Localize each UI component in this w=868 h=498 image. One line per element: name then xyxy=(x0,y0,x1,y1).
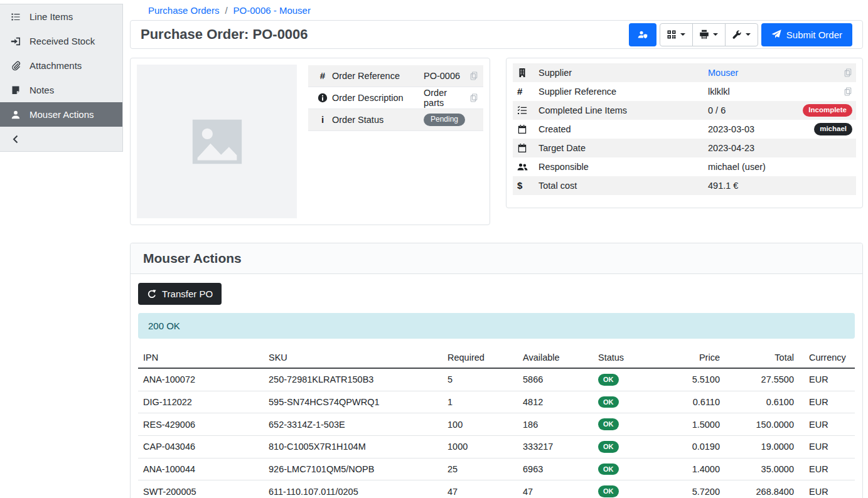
list-icon xyxy=(11,12,21,22)
supplier-link[interactable]: Mouser xyxy=(708,68,738,78)
ok-status-badge: OK xyxy=(598,441,619,453)
incomplete-badge: Incomplete xyxy=(803,104,852,116)
sidebar-item-attachments[interactable]: Attachments xyxy=(0,53,122,78)
sidebar: Line Items Received Stock Attachments No… xyxy=(0,4,123,152)
copy-button[interactable] xyxy=(844,87,852,96)
panel-title: Mouser Actions xyxy=(131,243,862,274)
price-cell: 0.0190 xyxy=(656,435,725,458)
ok-status-badge: OK xyxy=(598,374,619,386)
actions-dropdown-button[interactable] xyxy=(725,23,758,46)
sidebar-item-received-stock[interactable]: Received Stock xyxy=(0,29,122,53)
paper-plane-icon xyxy=(771,29,781,40)
info-circle-icon xyxy=(313,93,332,103)
detail-value: Pending xyxy=(424,114,482,126)
ipn-cell: DIG-112022 xyxy=(138,391,264,413)
detail-label: Order Description xyxy=(332,93,424,103)
copy-button[interactable] xyxy=(466,93,482,102)
copy-button[interactable] xyxy=(466,72,482,80)
ipn-cell: ANA-100072 xyxy=(138,368,264,391)
detail-value: 2023-04-23 xyxy=(708,143,852,153)
header-actions: Submit Order xyxy=(629,23,852,46)
barcode-dropdown-button[interactable] xyxy=(660,23,693,46)
print-dropdown-button[interactable] xyxy=(692,23,726,46)
mouser-actions-panel: Mouser Actions Transfer PO 200 OK xyxy=(130,243,863,498)
list-check-icon xyxy=(517,105,538,115)
sku-cell: 926-LMC7101QM5/NOPB xyxy=(264,458,442,480)
sidebar-item-mouser-actions[interactable]: Mouser Actions xyxy=(0,102,122,127)
currency-cell: EUR xyxy=(799,391,855,413)
price-cell: 5.7200 xyxy=(656,480,725,498)
ipn-cell: CAP-043046 xyxy=(138,435,264,458)
info-icon: i xyxy=(313,115,332,125)
detail-row-order-description: Order Description Order parts xyxy=(308,87,483,109)
detail-label: Order Status xyxy=(332,115,424,125)
mouser-actions-body: Transfer PO 200 OK IPN SKU Required Avai… xyxy=(131,274,862,498)
transfer-po-label: Transfer PO xyxy=(162,289,213,299)
sku-cell: 652-3314Z-1-503E xyxy=(264,413,442,436)
available-cell: 333217 xyxy=(518,435,593,458)
building-icon xyxy=(517,68,538,78)
chevron-left-icon xyxy=(11,134,21,144)
detail-label: Created xyxy=(538,124,708,134)
status-cell: OK xyxy=(593,413,656,436)
detail-value: 491.1 € xyxy=(708,181,852,191)
sidebar-item-label: Attachments xyxy=(29,60,82,71)
order-details-table: # Order Reference PO-0006 Order Descript… xyxy=(308,65,483,218)
user-icon xyxy=(11,110,21,120)
copy-button[interactable] xyxy=(844,68,852,77)
available-cell: 47 xyxy=(518,480,593,498)
detail-value: 0 / 6 xyxy=(708,105,803,115)
breadcrumb-link-purchase-orders[interactable]: Purchase Orders xyxy=(148,5,219,16)
page-content: Purchase Order: PO-0006 xyxy=(123,20,868,498)
order-image-placeholder xyxy=(137,65,297,218)
status-cell: OK xyxy=(593,458,656,480)
table-row: SWT-200005 611-110.107.011/0205 47 47 OK… xyxy=(138,480,855,498)
available-cell: 6963 xyxy=(518,458,593,480)
sidebar-collapse-button[interactable] xyxy=(0,127,122,151)
price-cell: 1.5000 xyxy=(656,413,725,436)
order-details-panel: # Order Reference PO-0006 Order Descript… xyxy=(130,58,490,225)
total-cell: 19.0000 xyxy=(725,435,799,458)
sku-cell: 250-72981KLRATR150B3 xyxy=(264,368,442,391)
available-cell: 5866 xyxy=(518,368,593,391)
breadcrumb-link-current[interactable]: PO-0006 - Mouser xyxy=(233,5,311,16)
breadcrumb: Purchase Orders/PO-0006 - Mouser xyxy=(123,0,868,20)
total-cell: 27.5500 xyxy=(725,368,799,391)
detail-row-supplier: Supplier Mouser xyxy=(513,63,856,82)
currency-cell: EUR xyxy=(799,458,855,480)
ok-status-badge: OK xyxy=(598,464,619,475)
status-cell: OK xyxy=(593,435,656,458)
breadcrumb-separator: / xyxy=(225,5,227,16)
currency-cell: EUR xyxy=(799,435,855,458)
sidebar-item-label: Notes xyxy=(29,85,54,95)
currency-cell: EUR xyxy=(799,413,855,436)
sidebar-item-label: Mouser Actions xyxy=(29,109,94,120)
sidebar-item-line-items[interactable]: Line Items xyxy=(0,4,122,29)
detail-value: 2023-03-03 xyxy=(708,124,814,134)
detail-label: Order Reference xyxy=(332,71,424,81)
price-cell: 5.5100 xyxy=(656,368,725,391)
col-header-required: Required xyxy=(442,347,518,368)
table-row: DIG-112022 595-SN74HCS74QPWRQ1 1 4812 OK… xyxy=(138,391,855,413)
user-shield-button[interactable] xyxy=(629,23,656,46)
calendar-icon xyxy=(517,143,538,153)
sidebar-item-label: Received Stock xyxy=(29,36,95,46)
qrcode-icon xyxy=(667,29,677,40)
total-cell: 150.0000 xyxy=(725,413,799,436)
user-badge: michael xyxy=(814,123,852,135)
sign-in-icon xyxy=(11,36,21,46)
required-cell: 5 xyxy=(442,368,518,391)
detail-label: Supplier Reference xyxy=(538,87,708,97)
sku-cell: 810-C1005X7R1H104M xyxy=(264,435,442,458)
total-cell: 0.6100 xyxy=(725,391,799,413)
supplier-details-panel: Supplier Mouser # Supplier Reference lkl… xyxy=(506,58,863,208)
detail-row-order-reference: # Order Reference PO-0006 xyxy=(308,65,483,87)
detail-label: Target Date xyxy=(538,143,708,153)
order-details-section: # Order Reference PO-0006 Order Descript… xyxy=(130,58,863,225)
submit-order-button[interactable]: Submit Order xyxy=(761,23,852,46)
sidebar-item-notes[interactable]: Notes xyxy=(0,78,122,102)
currency-cell: EUR xyxy=(799,480,855,498)
transfer-po-button[interactable]: Transfer PO xyxy=(138,283,222,305)
detail-value: Order parts xyxy=(424,88,466,108)
printer-icon xyxy=(699,29,709,40)
